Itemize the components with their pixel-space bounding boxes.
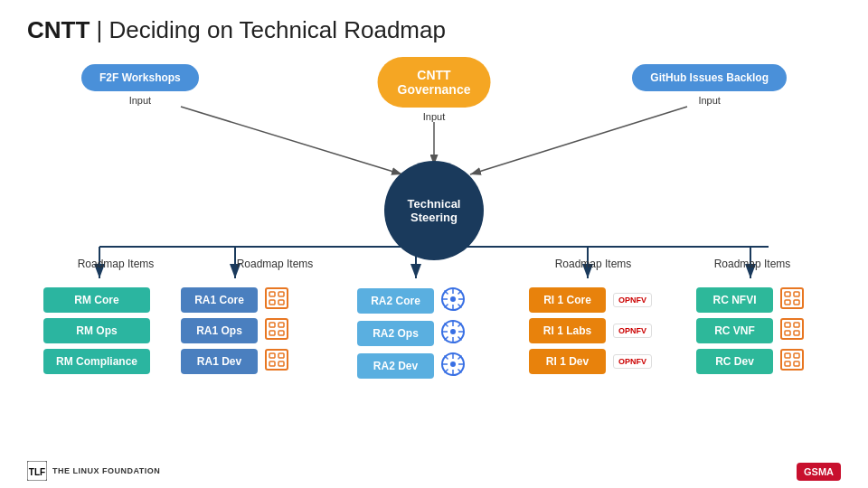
kubernetes-icon bbox=[441, 287, 465, 311]
svg-text:TLF: TLF bbox=[29, 467, 45, 477]
ra2-dev-row: RA2 Dev bbox=[357, 352, 465, 380]
ra1-dev-row: RA1 Dev bbox=[181, 349, 288, 374]
rm-column: RM Core RM Ops RM Compliance bbox=[43, 287, 150, 374]
title-suffix: | Deciding on Technical Roadmap bbox=[90, 16, 446, 43]
github-box: GitHub Issues Backlog Input bbox=[632, 64, 787, 106]
docker-icon bbox=[265, 287, 288, 309]
ra2-dev-box: RA2 Dev bbox=[357, 353, 434, 379]
svg-rect-25 bbox=[269, 361, 275, 366]
ri1-column: RI 1 Core OPNFV RI 1 Labs OPNFV RI 1 Dev… bbox=[529, 287, 652, 374]
ra2-core-box: RA2 Core bbox=[357, 288, 434, 314]
svg-rect-61 bbox=[794, 300, 799, 305]
svg-rect-58 bbox=[785, 292, 790, 296]
svg-rect-15 bbox=[269, 300, 275, 305]
ri1-dev-box: RI 1 Dev bbox=[529, 349, 606, 374]
svg-rect-16 bbox=[278, 300, 284, 305]
svg-rect-66 bbox=[794, 331, 799, 335]
svg-rect-13 bbox=[269, 292, 275, 296]
svg-rect-21 bbox=[278, 331, 284, 335]
rc-vnf-icon bbox=[780, 318, 804, 343]
rm-ops-box: RM Ops bbox=[43, 318, 150, 343]
svg-rect-64 bbox=[794, 323, 799, 327]
ri1-core-opnfv: OPNFV bbox=[613, 293, 652, 307]
rm-compliance-box: RM Compliance bbox=[43, 349, 150, 374]
steering-label: Technical Steering bbox=[384, 197, 484, 224]
svg-rect-62 bbox=[781, 319, 803, 339]
docker-icon-2 bbox=[265, 318, 288, 340]
rc-nfvi-icon bbox=[780, 287, 804, 313]
svg-rect-65 bbox=[785, 331, 790, 335]
gsma-text: GSMA bbox=[804, 466, 834, 477]
rc-vnf-box: RC VNF bbox=[696, 318, 773, 343]
svg-rect-20 bbox=[269, 331, 275, 335]
svg-line-2 bbox=[181, 107, 402, 174]
svg-rect-67 bbox=[781, 350, 803, 370]
linux-foundation-logo: TLF THE LINUX FOUNDATION bbox=[27, 461, 160, 481]
cntt-input-label: Input bbox=[378, 111, 491, 122]
f2f-box: F2F Workshops Input bbox=[81, 64, 199, 106]
ra1-core-box: RA1 Core bbox=[181, 287, 258, 313]
ra2-ops-box: RA2 Ops bbox=[357, 321, 434, 346]
github-input-label: Input bbox=[632, 95, 787, 106]
page-title: CNTT | Deciding on Technical Roadmap bbox=[27, 16, 841, 44]
svg-point-28 bbox=[450, 296, 456, 302]
rc-column: RC NFVI RC VNF bbox=[696, 287, 804, 374]
ri1-labs-opnfv: OPNFV bbox=[613, 324, 652, 338]
rc-nfvi-row: RC NFVI bbox=[696, 287, 804, 313]
svg-rect-26 bbox=[278, 361, 284, 366]
svg-point-38 bbox=[450, 329, 456, 334]
svg-point-48 bbox=[450, 361, 456, 367]
svg-rect-69 bbox=[794, 353, 799, 358]
rm-core-box: RM Core bbox=[43, 287, 150, 313]
svg-rect-57 bbox=[781, 288, 803, 308]
ra2-core-row: RA2 Core bbox=[357, 287, 465, 314]
cntt-label: CNTTGovernance bbox=[398, 68, 471, 97]
rc-dev-icon bbox=[780, 349, 804, 374]
svg-rect-23 bbox=[269, 353, 275, 358]
svg-rect-18 bbox=[269, 323, 275, 327]
lf-logo-icon: TLF bbox=[27, 461, 47, 481]
svg-rect-12 bbox=[266, 288, 288, 308]
svg-line-4 bbox=[470, 107, 687, 174]
ra2-dev-icon bbox=[441, 352, 465, 380]
ri1-core-row: RI 1 Core OPNFV bbox=[529, 287, 652, 313]
svg-rect-70 bbox=[785, 361, 790, 366]
rc-nfvi-box: RC NFVI bbox=[696, 287, 773, 313]
ra1-dev-box: RA1 Dev bbox=[181, 349, 258, 374]
technical-steering: Technical Steering bbox=[384, 161, 484, 260]
svg-rect-14 bbox=[278, 292, 284, 296]
ra2-column: RA2 Core bbox=[357, 287, 465, 380]
svg-rect-19 bbox=[278, 323, 284, 327]
docker-icon-3 bbox=[265, 349, 288, 371]
kubernetes-icon-2 bbox=[441, 320, 465, 343]
svg-rect-59 bbox=[794, 292, 799, 296]
github-label: GitHub Issues Backlog bbox=[650, 71, 769, 84]
ra2-ops-icon bbox=[441, 320, 465, 347]
f2f-label: F2F Workshops bbox=[99, 71, 181, 84]
ri1-dev-row: RI 1 Dev OPNFV bbox=[529, 349, 652, 374]
rc-dev-box: RC Dev bbox=[696, 349, 773, 374]
ri1-labs-box: RI 1 Labs bbox=[529, 318, 606, 343]
ra1-ops-box: RA1 Ops bbox=[181, 318, 258, 343]
ri1-dev-opnfv: OPNFV bbox=[613, 354, 652, 369]
ra1-ops-icon bbox=[265, 318, 288, 343]
ri1-labs-row: RI 1 Labs OPNFV bbox=[529, 318, 652, 343]
rc-dev-row: RC Dev bbox=[696, 349, 804, 374]
page: CNTT | Deciding on Technical Roadmap bbox=[0, 0, 868, 488]
ra1-core-row: RA1 Core bbox=[181, 287, 288, 313]
ra1-dev-icon bbox=[265, 349, 288, 374]
svg-rect-68 bbox=[785, 353, 790, 358]
svg-rect-24 bbox=[278, 353, 284, 358]
rc-nfvi-icon bbox=[780, 287, 804, 309]
ra1-core-icon bbox=[265, 287, 288, 313]
f2f-input-label: Input bbox=[81, 95, 199, 106]
svg-rect-71 bbox=[794, 361, 799, 366]
ra2-ops-row: RA2 Ops bbox=[357, 320, 465, 347]
rc-vnf-icon bbox=[780, 318, 804, 340]
svg-rect-63 bbox=[785, 323, 790, 327]
svg-rect-17 bbox=[266, 319, 288, 339]
rc-vnf-row: RC VNF bbox=[696, 318, 804, 343]
gsma-logo: GSMA bbox=[797, 463, 841, 481]
ra2-core-icon bbox=[441, 287, 465, 314]
ra1-column: RA1 Core RA1 Ops bbox=[181, 287, 288, 374]
